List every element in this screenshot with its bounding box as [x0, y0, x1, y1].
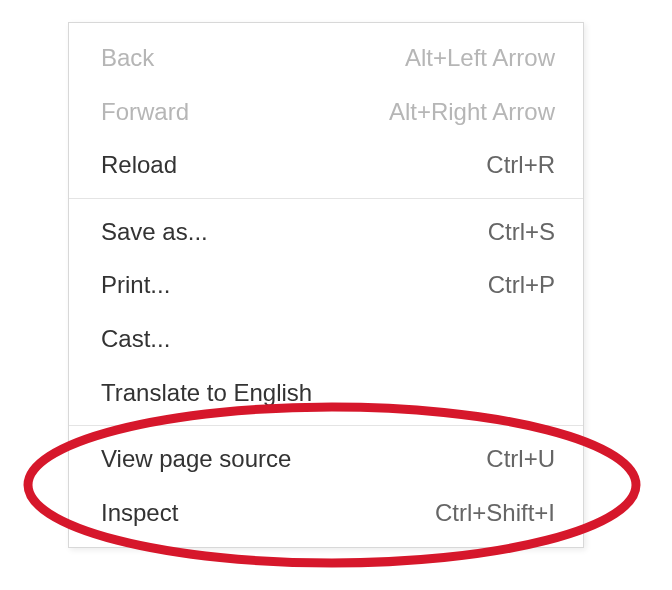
menu-item-inspect[interactable]: Inspect Ctrl+Shift+I [69, 486, 583, 540]
menu-separator [69, 425, 583, 426]
menu-item-shortcut: Ctrl+Shift+I [435, 496, 555, 530]
menu-item-label: Inspect [101, 496, 178, 530]
menu-item-label: View page source [101, 442, 291, 476]
menu-item-label: Print... [101, 268, 170, 302]
menu-item-label: Save as... [101, 215, 208, 249]
menu-item-shortcut: Ctrl+S [488, 215, 555, 249]
menu-item-save-as[interactable]: Save as... Ctrl+S [69, 205, 583, 259]
menu-item-print[interactable]: Print... Ctrl+P [69, 258, 583, 312]
menu-item-label: Forward [101, 95, 189, 129]
menu-item-reload[interactable]: Reload Ctrl+R [69, 138, 583, 192]
menu-item-label: Cast... [101, 322, 170, 356]
menu-item-view-source[interactable]: View page source Ctrl+U [69, 432, 583, 486]
menu-item-shortcut: Ctrl+P [488, 268, 555, 302]
menu-item-cast[interactable]: Cast... [69, 312, 583, 366]
context-menu: Back Alt+Left Arrow Forward Alt+Right Ar… [68, 22, 584, 548]
menu-item-translate[interactable]: Translate to English [69, 366, 583, 420]
menu-separator [69, 198, 583, 199]
menu-item-label: Reload [101, 148, 177, 182]
menu-item-forward[interactable]: Forward Alt+Right Arrow [69, 85, 583, 139]
menu-item-label: Translate to English [101, 376, 312, 410]
menu-item-shortcut: Alt+Right Arrow [389, 95, 555, 129]
menu-item-shortcut: Ctrl+R [486, 148, 555, 182]
menu-item-label: Back [101, 41, 154, 75]
menu-item-back[interactable]: Back Alt+Left Arrow [69, 31, 583, 85]
menu-item-shortcut: Alt+Left Arrow [405, 41, 555, 75]
menu-item-shortcut: Ctrl+U [486, 442, 555, 476]
